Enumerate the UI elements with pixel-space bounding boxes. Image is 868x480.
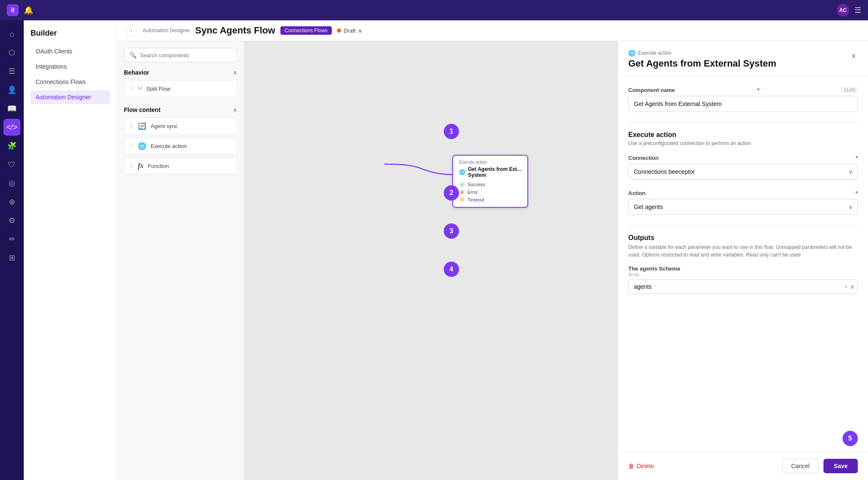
error-dot: ✕ <box>459 189 465 195</box>
timeout-dot: ⏱ <box>459 197 465 203</box>
sidebar-title: Builder <box>31 29 110 38</box>
nav-settings-icon[interactable]: ⚙ <box>3 212 20 229</box>
function-icon: fx <box>138 162 143 170</box>
action-label: Action* <box>628 190 858 196</box>
flow-content-toggle-icon: ∧ <box>233 106 237 113</box>
nav-edit-icon[interactable]: ✏ <box>3 231 20 248</box>
outputs-desc: Define a variable for each parameter you… <box>628 243 858 259</box>
divider-2 <box>628 225 858 226</box>
components-panel: 🔍 Behavior ∧ ⠿ ⑂ Split Flow Flow content <box>117 41 244 480</box>
output-input-row: × ∨ <box>628 279 858 294</box>
nav-list-icon[interactable]: ☰ <box>3 63 20 80</box>
footer-actions: Cancel Save <box>782 459 858 473</box>
component-name-label: Component name* 31/40 <box>628 87 858 93</box>
output-input-actions: × ∨ <box>844 283 854 290</box>
status-label: Draft <box>344 28 356 34</box>
output-field-agents-schema: The agents Schema Array × ∨ <box>628 265 858 294</box>
nav-code-icon[interactable]: </> <box>3 119 20 136</box>
icon-nav: ⌂ ⬡ ☰ 👤 📖 </> 🧩 🛡 ◎ ⊕ ⚙ ✏ ⊞ <box>0 20 24 480</box>
connection-field-group: Connection* Connections beeceptor ∨ <box>628 155 858 180</box>
output-field-type: Array <box>628 272 858 277</box>
output-agents-input[interactable] <box>628 279 858 294</box>
canvas-area[interactable]: Execute action 🌐 Get Agents from Ext...S… <box>244 41 618 480</box>
step-2-circle: 2 <box>444 185 459 201</box>
nav-target-icon[interactable]: ⊕ <box>3 193 20 210</box>
sidebar-item-oauth[interactable]: OAuth Clients <box>31 45 110 58</box>
node-outputs: ✓ Success ✕ Error ⏱ Timeout <box>459 181 521 203</box>
panel-type-label: Execute action <box>638 50 672 56</box>
execute-action-section: Execute action Use a preconfigurated con… <box>628 131 858 146</box>
status-badge[interactable]: Draft ∨ <box>337 28 362 34</box>
execute-action-component[interactable]: ⠿ 🌐 Execute action <box>124 137 237 155</box>
content-body: 🔍 Behavior ∧ ⠿ ⑂ Split Flow Flow content <box>117 41 868 480</box>
panel-type-icon: 🌐 <box>628 50 636 56</box>
node-output-timeout: ⏱ Timeout <box>459 197 521 203</box>
behavior-section: Behavior ∧ ⠿ ⑂ Split Flow <box>124 69 237 100</box>
behavior-section-header[interactable]: Behavior ∧ <box>124 69 237 76</box>
drag-handle-icon: ⠿ <box>129 143 134 150</box>
split-flow-label: Split Flow <box>146 86 170 92</box>
output-chevron-icon[interactable]: ∨ <box>850 283 854 290</box>
output-clear-icon[interactable]: × <box>844 283 848 290</box>
split-flow-icon: ⑂ <box>138 85 142 92</box>
component-name-input[interactable] <box>628 96 858 112</box>
component-name-field-group: Component name* 31/40 <box>628 87 858 112</box>
nav-home-icon[interactable]: ⌂ <box>3 25 20 42</box>
nav-ai-icon[interactable]: ◎ <box>3 175 20 192</box>
search-icon: 🔍 <box>129 52 137 59</box>
topbar-right: AC ☰ <box>837 4 861 17</box>
canvas-node-execute-action[interactable]: Execute action 🌐 Get Agents from Ext...S… <box>452 155 528 208</box>
split-flow-component[interactable]: ⠿ ⑂ Split Flow <box>124 80 237 97</box>
outputs-title: Outputs <box>628 234 858 242</box>
action-field-group: Action* Get agents ∨ <box>628 190 858 215</box>
sidebar-item-automation[interactable]: Automation Designer <box>31 90 110 104</box>
behavior-section-title: Behavior <box>124 69 149 76</box>
step-3-circle: 3 <box>444 223 459 239</box>
function-component[interactable]: ⠿ fx Function <box>124 157 237 174</box>
delete-button[interactable]: 🗑 Delete <box>628 463 654 469</box>
action-select[interactable]: Get agents <box>628 199 858 215</box>
output-input-wrapper: × ∨ <box>628 279 858 294</box>
agent-sync-component[interactable]: ⠿ 🔄 Agent sync <box>124 117 237 135</box>
app-logo[interactable]: it <box>7 4 19 16</box>
connection-select[interactable]: Connections beeceptor <box>628 164 858 180</box>
panel-header: 🌐 Execute action Get Agents from Externa… <box>618 41 868 76</box>
nav-shield-icon[interactable]: 🛡 <box>3 156 20 173</box>
connection-label: Connection* <box>628 155 858 161</box>
cancel-button[interactable]: Cancel <box>782 459 819 473</box>
connections-flows-badge[interactable]: Connections Flows <box>280 26 332 35</box>
execute-action-icon: 🌐 <box>138 142 146 150</box>
topbar: it 🔔 AC ☰ <box>0 0 868 20</box>
nav-connection-icon[interactable]: ⬡ <box>3 44 20 61</box>
user-avatar[interactable]: AC <box>837 4 849 17</box>
search-input[interactable] <box>140 52 232 59</box>
back-button[interactable]: ‹ <box>126 25 137 36</box>
drag-handle-icon: ⠿ <box>129 162 134 169</box>
divider <box>628 122 858 123</box>
nav-book-icon[interactable]: 📖 <box>3 100 20 117</box>
nav-person-icon[interactable]: 👤 <box>3 81 20 98</box>
search-box[interactable]: 🔍 <box>124 48 237 62</box>
panel-type: 🌐 Execute action <box>628 50 776 56</box>
nav-puzzle-icon[interactable]: 🧩 <box>3 137 20 154</box>
flow-content-section-title: Flow content <box>124 106 160 113</box>
success-dot: ✓ <box>459 181 465 187</box>
breadcrumb: Automation Designer <box>143 28 190 33</box>
status-chevron-icon: ∨ <box>358 28 362 34</box>
flow-content-section-header[interactable]: Flow content ∧ <box>124 106 237 113</box>
step-4-circle: 4 <box>444 262 459 277</box>
outputs-section: Outputs Define a variable for each param… <box>628 234 858 294</box>
char-count-badge: 31/40 <box>841 87 858 93</box>
hamburger-menu-icon[interactable]: ☰ <box>854 6 861 15</box>
save-button[interactable]: Save <box>823 459 858 473</box>
close-panel-button[interactable]: × <box>849 50 858 63</box>
nav-grid-icon[interactable]: ⊞ <box>3 249 20 266</box>
panel-body: Component name* 31/40 Execute action Use… <box>618 76 868 452</box>
agent-sync-label: Agent sync <box>151 123 178 129</box>
execute-action-label: Execute action <box>151 143 187 149</box>
sidebar-item-integrations[interactable]: Integrations <box>31 60 110 73</box>
notification-bell-icon[interactable]: 🔔 <box>24 6 33 15</box>
sidebar-item-connections[interactable]: Connections Flows <box>31 75 110 89</box>
action-section-title: Execute action <box>628 131 858 139</box>
behavior-toggle-icon: ∧ <box>233 69 237 76</box>
